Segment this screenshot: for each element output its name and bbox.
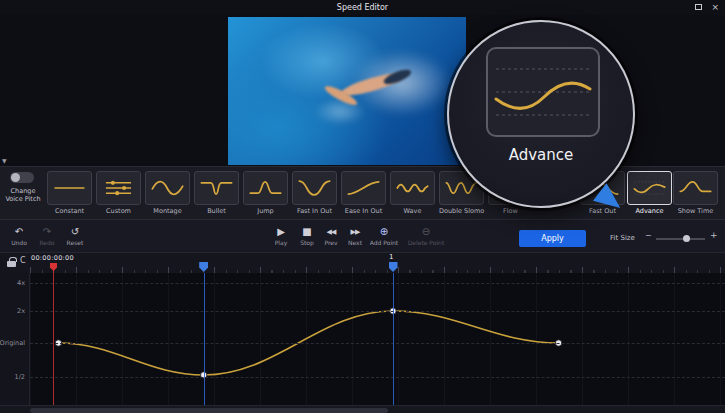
apply-button[interactable]: Apply xyxy=(519,230,586,247)
easeinout-curve-icon xyxy=(341,171,386,205)
speed-label: 4x xyxy=(17,279,25,287)
preset-tile-bullet[interactable]: Bullet xyxy=(194,171,239,215)
close-icon: × xyxy=(711,2,719,12)
collapse-arrow-icon[interactable]: ▼ xyxy=(2,157,7,164)
preset-tile-easeinout[interactable]: Ease In Out xyxy=(341,171,386,215)
speed-label: Original xyxy=(0,339,25,347)
fastinout-curve-icon xyxy=(292,171,337,205)
play-icon: ▶ xyxy=(268,227,294,237)
window-controls: × xyxy=(695,0,719,15)
stop-button[interactable]: ■ Stop xyxy=(294,227,320,246)
preset-tile-fastinout[interactable]: Fast In Out xyxy=(292,171,337,215)
custom-curve-icon xyxy=(96,171,141,205)
redo-icon: ↷ xyxy=(34,227,60,237)
preset-tile-montage[interactable]: Montage xyxy=(145,171,190,215)
prev-button[interactable]: ◀◀ Prev xyxy=(318,227,344,246)
fit-size-button[interactable]: Fit Size xyxy=(610,234,635,242)
voice-pitch-label: Change Voice Pitch xyxy=(1,187,45,203)
montage-curve-icon xyxy=(145,171,190,205)
play-button[interactable]: ▶ Play xyxy=(268,227,294,246)
speed-editor-window: Speed Editor × ▼ ConstantCustomMontageBu… xyxy=(0,0,725,413)
advance-curve-icon xyxy=(627,171,672,205)
preset-magnifier: Advance xyxy=(447,20,635,208)
timecode: 00:00:00:00 xyxy=(31,254,74,262)
speed-label: 2x xyxy=(17,307,25,315)
wave-curve-icon xyxy=(390,171,435,205)
next-icon: ▶▶ xyxy=(342,227,368,237)
lock-icon[interactable] xyxy=(7,261,16,267)
preset-tile-constant[interactable]: Constant xyxy=(47,171,92,215)
horizontal-scrollbar[interactable] xyxy=(0,405,725,413)
keyframe-line xyxy=(393,273,394,405)
water-highlight xyxy=(314,98,366,125)
zoom-out-button[interactable]: − xyxy=(645,231,652,240)
add-point-button[interactable]: ⊕ Add Point xyxy=(366,227,402,246)
preset-tile-wave[interactable]: Wave xyxy=(390,171,435,215)
voice-pitch-toggle[interactable] xyxy=(10,172,34,183)
maximize-button[interactable] xyxy=(695,3,702,12)
constant-curve-icon xyxy=(47,171,92,205)
preset-tile-custom[interactable]: Custom xyxy=(96,171,141,215)
showtime-curve-icon xyxy=(673,171,718,205)
scrollbar-thumb[interactable] xyxy=(30,408,388,413)
speed-curve xyxy=(30,273,725,405)
toggle-knob xyxy=(11,173,20,182)
speed-label: 1/2 xyxy=(15,373,25,381)
window-title: Speed Editor xyxy=(337,3,388,12)
reset-button[interactable]: ↺ Reset xyxy=(62,227,88,246)
undo-button[interactable]: ↶ Undo xyxy=(6,227,32,246)
delete-point-button[interactable]: ⊖ Delete Point xyxy=(404,227,448,246)
grid-line xyxy=(30,343,725,344)
keyframe-line xyxy=(204,273,205,405)
grid-line xyxy=(30,377,725,378)
add-point-icon: ⊕ xyxy=(366,227,402,237)
titlebar: Speed Editor × xyxy=(0,0,725,15)
advance-curve-icon-large xyxy=(488,49,598,135)
zoom-in-button[interactable]: + xyxy=(710,230,718,240)
preset-tile-advance[interactable]: Advance xyxy=(627,171,672,215)
maximize-icon xyxy=(695,4,702,10)
speed-scale: 4x2xOriginal1/2 xyxy=(0,273,30,405)
video-preview xyxy=(228,17,466,165)
ruler-second-label: 1 xyxy=(389,253,393,261)
reset-icon: ↺ xyxy=(62,227,88,237)
playhead-line[interactable] xyxy=(53,270,54,405)
grid-line xyxy=(30,311,725,312)
speed-graph[interactable] xyxy=(30,273,725,405)
toolbar: ↶ Undo ↷ Redo ↺ Reset ▶ Play ■ Stop ◀◀ P… xyxy=(0,219,725,252)
zoom-slider[interactable] xyxy=(656,238,705,240)
preset-tile-showtime[interactable]: Show Time xyxy=(673,171,718,215)
grid-line xyxy=(30,283,725,284)
bullet-curve-icon xyxy=(194,171,239,205)
preset-tile-jump[interactable]: Jump xyxy=(243,171,288,215)
undo-icon: ↶ xyxy=(6,227,32,237)
next-button[interactable]: ▶▶ Next xyxy=(342,227,368,246)
snap-icon[interactable]: C xyxy=(20,256,26,265)
stop-icon: ■ xyxy=(294,227,320,237)
close-button[interactable]: × xyxy=(711,0,719,15)
magnifier-label: Advance xyxy=(449,146,633,164)
timeline-header: C 00:00:00:00 1 xyxy=(0,252,725,273)
delete-point-icon: ⊖ xyxy=(404,227,448,237)
redo-button[interactable]: ↷ Redo xyxy=(34,227,60,246)
zoom-slider-thumb[interactable] xyxy=(683,235,690,242)
advance-curve-preview xyxy=(486,47,600,137)
jump-curve-icon xyxy=(243,171,288,205)
prev-icon: ◀◀ xyxy=(318,227,344,237)
